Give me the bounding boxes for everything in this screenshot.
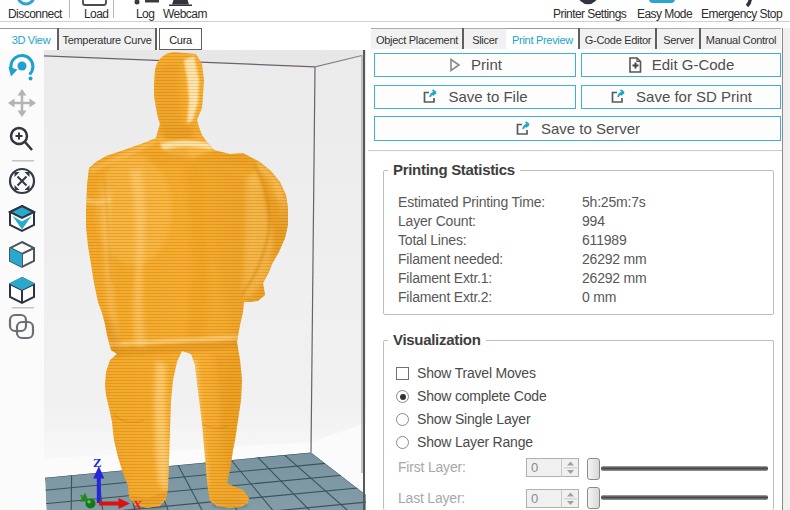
svg-text:y: y [80,491,85,502]
svg-text:X: X [133,497,143,510]
svg-text:Z: Z [93,455,102,470]
